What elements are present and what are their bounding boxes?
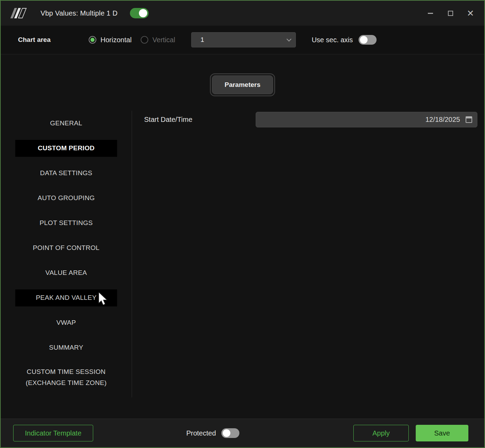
window-title: Vbp Values: Multiple 1 D bbox=[41, 9, 117, 17]
apply-button[interactable]: Apply bbox=[353, 425, 409, 441]
radio-horizontal-circle bbox=[89, 36, 96, 44]
sidebar-divider bbox=[132, 111, 132, 397]
radio-horizontal-label: Horizontal bbox=[100, 36, 132, 44]
parameters-tab-ring: Parameters bbox=[210, 73, 275, 96]
sidebar-item-value-area[interactable]: VALUE AREA bbox=[1, 260, 132, 285]
chevron-down-icon bbox=[286, 37, 291, 42]
radio-vertical-label: Vertical bbox=[152, 36, 175, 44]
sec-axis-label: Use sec. axis bbox=[312, 36, 353, 44]
sidebar-item-peak-and-valley[interactable]: PEAK AND VALLEY bbox=[1, 285, 132, 310]
chart-area-select-value: 1 bbox=[201, 36, 286, 44]
sidebar-item-auto-grouping[interactable]: AUTO GROUPING bbox=[1, 186, 132, 210]
sidebar-item-general[interactable]: GENERAL bbox=[1, 111, 132, 136]
save-button[interactable]: Save bbox=[416, 425, 468, 441]
sidebar-item-summary[interactable]: SUMMARY bbox=[1, 335, 132, 360]
sidebar-item-point-of-control[interactable]: POINT OF CONTROL bbox=[1, 235, 132, 260]
parameters-panel: Start Date/Time 12/18/2025 bbox=[132, 111, 484, 419]
sidebar-item-vwap[interactable]: VWAP bbox=[1, 310, 132, 335]
sidebar: GENERAL CUSTOM PERIOD DATA SETTINGS AUTO… bbox=[1, 111, 132, 419]
radio-horizontal[interactable]: Horizontal bbox=[89, 36, 132, 44]
start-datetime-row: Start Date/Time 12/18/2025 bbox=[144, 112, 477, 127]
radio-vertical-circle bbox=[141, 36, 148, 44]
indicator-template-button[interactable]: Indicator Template bbox=[13, 425, 93, 441]
sidebar-item-plot-settings[interactable]: PLOT SETTINGS bbox=[1, 210, 132, 235]
sidebar-item-data-settings[interactable]: DATA SETTINGS bbox=[1, 161, 132, 186]
tab-parameters[interactable]: Parameters bbox=[212, 75, 273, 94]
sidebar-item-custom-period[interactable]: CUSTOM PERIOD bbox=[1, 136, 132, 161]
sec-axis-toggle[interactable] bbox=[359, 35, 377, 45]
minimize-icon bbox=[428, 13, 433, 14]
indicator-enabled-toggle[interactable] bbox=[130, 8, 149, 18]
protected-label: Protected bbox=[186, 429, 216, 437]
chart-area-row: Chart area Horizontal Vertical 1 Use sec… bbox=[1, 26, 484, 54]
close-icon: ✕ bbox=[467, 9, 474, 18]
start-datetime-value: 12/18/2025 bbox=[425, 116, 460, 124]
maximize-icon bbox=[448, 11, 453, 16]
chart-area-label: Chart area bbox=[18, 36, 51, 44]
settings-body: GENERAL CUSTOM PERIOD DATA SETTINGS AUTO… bbox=[1, 111, 484, 419]
maximize-button[interactable] bbox=[443, 6, 458, 20]
calendar-icon[interactable] bbox=[466, 116, 472, 123]
sidebar-item-custom-time-session[interactable]: CUSTOM TIME SESSION (EXCHANGE TIME ZONE) bbox=[1, 360, 132, 395]
title-bar: Vbp Values: Multiple 1 D ✕ bbox=[1, 1, 484, 26]
parameters-section: Parameters bbox=[1, 54, 484, 111]
close-button[interactable]: ✕ bbox=[463, 6, 478, 20]
app-logo-icon bbox=[10, 8, 27, 18]
protected-toggle[interactable] bbox=[221, 428, 239, 438]
indicator-settings-window: Vbp Values: Multiple 1 D ✕ Chart area Ho… bbox=[0, 0, 485, 448]
minimize-button[interactable] bbox=[423, 6, 438, 20]
footer-bar: Indicator Template Protected Apply Save bbox=[1, 419, 484, 447]
start-datetime-input[interactable]: 12/18/2025 bbox=[256, 112, 477, 127]
protected-group: Protected bbox=[93, 428, 333, 438]
radio-vertical[interactable]: Vertical bbox=[141, 36, 175, 44]
start-datetime-label: Start Date/Time bbox=[144, 116, 256, 124]
chart-area-select[interactable]: 1 bbox=[191, 32, 296, 47]
